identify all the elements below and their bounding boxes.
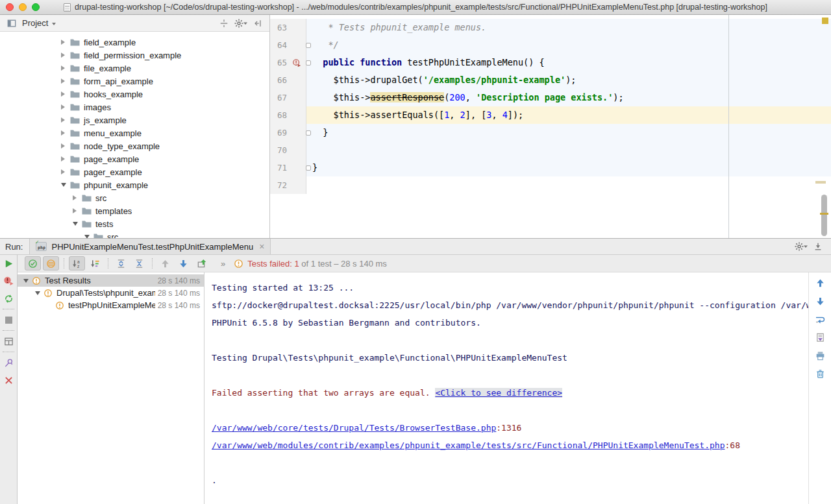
- test-tree-item[interactable]: testPhpUnitExampleMenu28 s 140 ms: [18, 299, 204, 311]
- tree-expand-icon[interactable]: [73, 208, 82, 213]
- collapse-all-button[interactable]: [131, 256, 147, 270]
- hide-panel-icon[interactable]: [251, 17, 264, 30]
- sort-by-duration-button[interactable]: [87, 256, 103, 270]
- clear-console-button[interactable]: [815, 368, 826, 379]
- test-tree-item[interactable]: Drupal\Tests\phpunit_example\Functional\…: [18, 287, 204, 299]
- failed-test-gutter-icon[interactable]: [287, 58, 306, 67]
- project-tree-item[interactable]: images: [0, 101, 269, 114]
- project-tree-item[interactable]: field_permission_example: [0, 49, 269, 62]
- code-text[interactable]: }: [312, 159, 831, 176]
- project-tree-item[interactable]: templates: [0, 204, 269, 217]
- print-button[interactable]: [815, 350, 826, 361]
- soft-wrap-button[interactable]: [815, 314, 826, 325]
- console-link[interactable]: /var/www/web/core/tests/Drupal/Tests/Bro…: [212, 423, 496, 433]
- close-tab-icon[interactable]: ×: [259, 242, 264, 251]
- project-tree-item[interactable]: form_api_example: [0, 75, 269, 88]
- code-text[interactable]: $this->assertResponse(200, 'Description …: [312, 89, 831, 106]
- tree-collapse-icon[interactable]: [73, 222, 82, 226]
- editor-scrollbar-thumb[interactable]: [821, 195, 827, 236]
- project-tree-item[interactable]: page_example: [0, 152, 269, 165]
- project-tree-item[interactable]: src: [0, 191, 269, 204]
- error-stripe-warning-mark[interactable]: [822, 18, 828, 24]
- project-tree-item[interactable]: node_type_example: [0, 139, 269, 152]
- close-window-button[interactable]: [6, 3, 14, 11]
- gear-icon[interactable]: [234, 17, 247, 30]
- tree-expand-icon[interactable]: [61, 117, 70, 123]
- test-tree-item[interactable]: Test Results28 s 140 ms: [18, 274, 204, 287]
- tree-collapse-icon[interactable]: [61, 183, 70, 187]
- project-tree-item[interactable]: tests: [0, 217, 269, 230]
- code-text[interactable]: $this->assertEquals([1, 2], [3, 4]);: [312, 106, 831, 124]
- project-panel-title[interactable]: Project: [22, 18, 48, 28]
- rerun-button[interactable]: [3, 258, 14, 269]
- tree-expand-icon[interactable]: [61, 66, 70, 71]
- fold-marker[interactable]: [306, 124, 312, 141]
- pin-tab-button[interactable]: [3, 357, 14, 368]
- tree-expand-icon[interactable]: [61, 78, 70, 84]
- chevron-down-icon[interactable]: [52, 23, 56, 25]
- minimize-window-button[interactable]: [19, 3, 27, 11]
- rerun-failed-tests-button[interactable]: [3, 276, 14, 286]
- tree-item-label: node_type_example: [84, 141, 160, 151]
- tree-item-label: field_permission_example: [84, 51, 181, 60]
- show-ignored-button[interactable]: [43, 256, 59, 270]
- console-link[interactable]: <Click to see difference>: [435, 388, 562, 398]
- scroll-to-end-button[interactable]: [815, 332, 826, 343]
- run-configuration-tab[interactable]: php✓ PHPUnitExampleMenuTest.testPhpUnitE…: [29, 239, 271, 254]
- stop-button[interactable]: [3, 315, 14, 325]
- restore-layout-button[interactable]: [3, 336, 14, 346]
- next-failed-test-button[interactable]: [175, 256, 192, 270]
- show-passed-button[interactable]: [25, 256, 41, 270]
- fold-marker[interactable]: [306, 54, 312, 71]
- close-panel-button[interactable]: [3, 375, 14, 385]
- tree-expand-icon[interactable]: [73, 195, 82, 200]
- test-warning-icon: [43, 289, 53, 298]
- project-tree-item[interactable]: js_example: [0, 114, 269, 126]
- toggle-auto-test-button[interactable]: [3, 293, 14, 304]
- tree-expand-icon[interactable]: [61, 104, 70, 110]
- locate-file-icon[interactable]: [217, 17, 230, 30]
- tree-expand-icon[interactable]: [61, 143, 70, 149]
- gear-icon[interactable]: [795, 240, 808, 253]
- project-tree-item[interactable]: pager_example: [0, 165, 269, 178]
- project-tree-item[interactable]: file_example: [0, 62, 269, 75]
- tree-expand-icon[interactable]: [61, 169, 70, 174]
- window-title: drupal-testing-workshop [~/Code/os/drupa…: [75, 3, 767, 12]
- tree-expand-icon[interactable]: [61, 91, 70, 97]
- fold-marker[interactable]: [306, 159, 312, 176]
- code-text[interactable]: $this->drupalGet('/examples/phpunit-exam…: [312, 71, 831, 89]
- tree-expand-icon[interactable]: [61, 130, 70, 136]
- code-text[interactable]: [312, 141, 831, 159]
- tree-expand-icon[interactable]: [61, 53, 70, 58]
- up-stack-trace-button[interactable]: [815, 278, 826, 289]
- console-link[interactable]: /var/www/web/modules/contrib/examples/ph…: [212, 440, 725, 450]
- code-text[interactable]: [312, 176, 831, 194]
- expand-all-button[interactable]: [113, 256, 129, 270]
- tree-collapse-icon[interactable]: [35, 291, 43, 295]
- zoom-window-button[interactable]: [32, 3, 40, 11]
- fold-marker[interactable]: [306, 36, 312, 54]
- run-left-toolbar: [0, 255, 18, 504]
- tree-expand-icon[interactable]: [61, 40, 70, 45]
- project-tree-item[interactable]: menu_example: [0, 126, 269, 139]
- scrollbar-warning-tick: [820, 213, 828, 215]
- import-export-test-results-button[interactable]: [193, 256, 210, 270]
- project-tree-item[interactable]: phpunit_example: [0, 178, 269, 191]
- code-text[interactable]: */: [312, 36, 831, 54]
- project-tree-item[interactable]: field_example: [0, 36, 269, 49]
- code-text[interactable]: public function testPhpUnitExampleMenu()…: [312, 54, 831, 71]
- down-stack-trace-button[interactable]: [815, 296, 826, 307]
- tree-expand-icon[interactable]: [61, 156, 70, 162]
- project-tree-item[interactable]: src: [0, 230, 269, 238]
- code-text[interactable]: }: [312, 124, 831, 141]
- hide-tool-window-icon[interactable]: [812, 240, 825, 253]
- sort-alphabetically-button[interactable]: az: [69, 256, 85, 270]
- project-tree-item[interactable]: hooks_example: [0, 88, 269, 101]
- editor-line: 64 */: [270, 36, 831, 54]
- tree-collapse-icon[interactable]: [23, 279, 32, 283]
- toolbar-overflow-chevrons[interactable]: »: [221, 259, 225, 269]
- error-stripe-highlight-mark[interactable]: [815, 181, 826, 184]
- editor-gutter: 71: [270, 159, 306, 176]
- code-text[interactable]: * Tests phpunit_example menus.: [312, 19, 831, 36]
- previous-failed-test-button[interactable]: [157, 256, 173, 270]
